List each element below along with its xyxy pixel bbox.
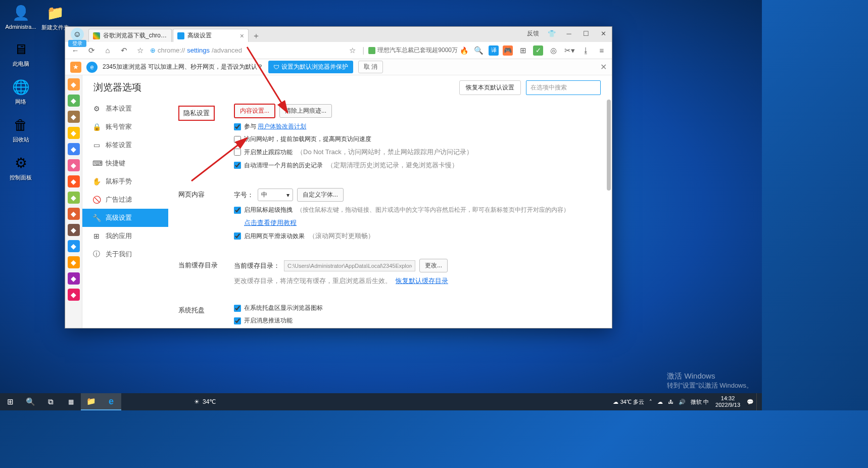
search-input[interactable] xyxy=(526,80,601,95)
scissors-icon[interactable]: ✂▾ xyxy=(563,44,575,57)
download-icon[interactable]: ⭳ xyxy=(580,44,592,57)
nav-item-我的应用[interactable]: ⊞我的应用 xyxy=(82,227,168,245)
rail-app-icon[interactable]: ◆ xyxy=(68,111,80,123)
rail-app-icon[interactable]: ◆ xyxy=(68,95,80,107)
taskbar: ⊞ 🔍 ⧉ ▦ 📁 e ☀34℃ ☁ 34℃ 多云 ˄ ☁ 🖧 🔊 微软 中 1… xyxy=(0,393,762,410)
task-view-button[interactable]: ⧉ xyxy=(40,393,61,410)
restore-cache-link[interactable]: 恢复默认缓存目录 xyxy=(396,276,448,286)
rail-app-icon[interactable]: ◆ xyxy=(68,289,80,301)
taskbar-clock[interactable]: 14:322022/9/13 xyxy=(711,395,744,408)
rail-app-icon[interactable]: ◆ xyxy=(68,175,80,188)
show-desktop[interactable] xyxy=(756,393,762,410)
font-size-select[interactable]: 中▾ xyxy=(258,189,293,201)
desktop-icon[interactable]: 🖥此电脑 xyxy=(5,39,36,68)
taskbar-weather-right[interactable]: ☁ 34℃ 多云 xyxy=(610,393,647,410)
set-default-button[interactable]: 🛡 设置为默认浏览器并保护 xyxy=(268,61,353,73)
clear-browsing-button[interactable]: 清除上网痕迹... xyxy=(279,104,332,118)
nav-item-广告过滤[interactable]: 🚫广告过滤 xyxy=(82,191,168,209)
rail-app-icon[interactable]: ◆ xyxy=(68,159,80,171)
apps-icon[interactable]: ⊞ xyxy=(517,44,529,57)
rail-app-icon[interactable]: ◆ xyxy=(68,78,80,90)
menu-icon[interactable]: ≡ xyxy=(596,44,608,57)
restore-defaults-button[interactable]: 恢复本页默认设置 xyxy=(459,80,521,95)
onedrive-icon[interactable]: ☁ xyxy=(655,393,665,410)
desktop-icon[interactable]: ⚙控制面板 xyxy=(5,153,36,181)
taskbar-weather-left[interactable]: ☀34℃ xyxy=(194,398,216,405)
volume-icon[interactable]: 🔊 xyxy=(676,393,688,410)
tutorial-link[interactable]: 点击查看使用教程 xyxy=(244,218,297,227)
window-skin-icon[interactable]: 👕 xyxy=(545,28,558,39)
promo-cancel-button[interactable]: 取 消 xyxy=(358,61,383,73)
window-maximize-button[interactable]: ☐ xyxy=(580,28,593,39)
ime-indicator[interactable]: 微软 中 xyxy=(688,393,711,410)
nav-item-鼠标手势[interactable]: ✋鼠标手势 xyxy=(82,172,168,191)
start-button[interactable]: ⊞ xyxy=(0,393,20,410)
rail-app-icon[interactable]: ◆ xyxy=(68,127,80,139)
new-tab-button[interactable]: ＋ xyxy=(250,30,263,42)
rail-app-icon[interactable]: ◆ xyxy=(68,224,80,236)
content-settings-button[interactable]: 内容设置... xyxy=(234,104,275,118)
window-close-button[interactable]: ✕ xyxy=(597,28,610,39)
checkbox-smooth-scroll[interactable]: 启用网页平滑滚动效果 xyxy=(234,232,305,241)
checkbox-tray-icon[interactable]: 在系统托盘区显示浏览器图标 xyxy=(234,304,323,312)
nav-item-标签设置[interactable]: ▭标签设置 xyxy=(82,136,168,154)
nav-item-基本设置[interactable]: ⚙基本设置 xyxy=(82,100,168,118)
folder-icon: 📁 xyxy=(45,3,65,23)
checkbox-ux-plan[interactable]: 参与 用户体验改善计划 xyxy=(234,122,306,131)
scrollbar[interactable] xyxy=(607,100,611,328)
desktop-icon[interactable]: 🌐网络 xyxy=(5,77,36,106)
checkbox-preload[interactable]: 访问网站时，提前加载网页，提高网页访问速度 xyxy=(234,135,371,144)
undo-button[interactable]: ↶ xyxy=(118,44,130,57)
change-cache-button[interactable]: 更改... xyxy=(419,259,448,272)
settings-nav: ⚙基本设置🔒账号管家▭标签设置⌨快捷键✋鼠标手势🚫广告过滤🔧高级设置⊞我的应用ⓘ… xyxy=(82,100,168,328)
rail-app-icon[interactable]: ◆ xyxy=(68,272,80,285)
page-header: 浏览器选项 恢复本页默认设置 xyxy=(82,75,612,100)
browser-tab[interactable]: 高级设置× xyxy=(173,29,249,42)
search-icon[interactable]: 🔍 xyxy=(472,44,485,57)
checkbox-auto-clear[interactable]: 自动清理一个月前的历史记录 xyxy=(234,161,323,170)
nav-icon: 🚫 xyxy=(92,196,101,204)
avatar-login[interactable]: ☺ 登录 xyxy=(68,28,86,47)
nav-item-账号管家[interactable]: 🔒账号管家 xyxy=(82,118,168,136)
nav-item-关于我们[interactable]: ⓘ关于我们 xyxy=(82,245,168,263)
rail-app-icon[interactable]: ◆ xyxy=(68,208,80,220)
checkbox-super-drag[interactable]: 启用鼠标超级拖拽 xyxy=(234,206,293,214)
window-minimize-button[interactable]: ─ xyxy=(562,28,575,39)
network-icon[interactable]: 🖧 xyxy=(665,393,676,410)
checkbox-dnt[interactable]: 开启禁止跟踪功能 xyxy=(234,148,293,157)
promo-close-button[interactable]: ✕ xyxy=(600,62,607,72)
ux-plan-link[interactable]: 用户体验改善计划 xyxy=(258,123,306,130)
home-button[interactable]: ⌂ xyxy=(102,44,114,57)
taskbar-search-button[interactable]: 🔍 xyxy=(20,393,40,410)
rail-app-icon[interactable]: ◆ xyxy=(68,240,80,252)
shield-icon[interactable]: ✓ xyxy=(533,45,543,56)
browser-tab[interactable]: 谷歌浏览器下载_chrome浏览 xyxy=(88,29,172,42)
game-icon[interactable]: 🎮 xyxy=(503,45,513,56)
capture-icon[interactable]: ◎ xyxy=(547,44,559,57)
taskbar-browser[interactable]: e xyxy=(101,393,121,410)
translate-icon[interactable]: 译 xyxy=(489,45,499,56)
apps-grid-button[interactable]: ▦ xyxy=(61,393,81,410)
chevron-up-icon[interactable]: ˄ xyxy=(647,393,655,410)
tab-favicon xyxy=(177,32,184,39)
reload-button[interactable]: ⟳ xyxy=(85,44,98,57)
hot-news-link[interactable]: 理想汽车总裁已套现超9000万 🔥 xyxy=(368,46,468,55)
nav-icon: ⌨ xyxy=(92,159,101,167)
favorite-button[interactable]: ☆ xyxy=(134,44,146,57)
rail-app-icon[interactable]: ◆ xyxy=(68,192,80,204)
rail-app-icon[interactable]: ◆ xyxy=(68,143,80,155)
checkbox-push[interactable]: 开启消息推送功能 xyxy=(234,316,293,325)
custom-font-button[interactable]: 自定义字体... xyxy=(297,188,344,202)
notifications-icon[interactable]: 💬 xyxy=(744,393,756,410)
feedback-link[interactable]: 反馈 xyxy=(527,29,539,38)
desktop-icon[interactable]: 👤Administra... xyxy=(5,3,36,30)
rail-app-icon[interactable]: ◆ xyxy=(68,256,80,268)
tab-close-icon[interactable]: × xyxy=(240,32,244,40)
desktop-icon[interactable]: 🗑回收站 xyxy=(5,115,36,144)
section-privacy: 隐私设置 内容设置... 清除上网痕迹... 参与 用户体验改善计划 访问网站时… xyxy=(178,104,602,174)
nav-item-高级设置[interactable]: 🔧高级设置 xyxy=(82,209,168,227)
url-display[interactable]: ⊕ chrome://settings/advanced xyxy=(150,46,242,54)
bookmark-star-icon[interactable]: ☆ xyxy=(346,44,358,57)
taskbar-explorer[interactable]: 📁 xyxy=(81,393,101,410)
nav-item-快捷键[interactable]: ⌨快捷键 xyxy=(82,154,168,172)
